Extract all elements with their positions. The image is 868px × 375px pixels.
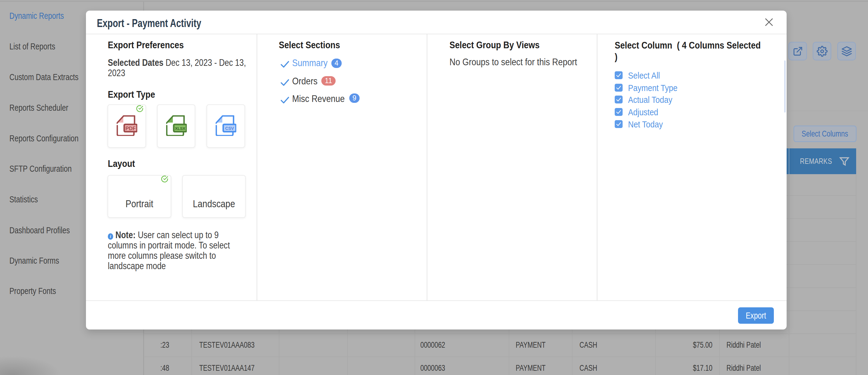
svg-text:XLSX: XLSX — [175, 126, 185, 131]
svg-text:CSV: CSV — [225, 126, 234, 131]
svg-text:PDF: PDF — [125, 126, 136, 131]
